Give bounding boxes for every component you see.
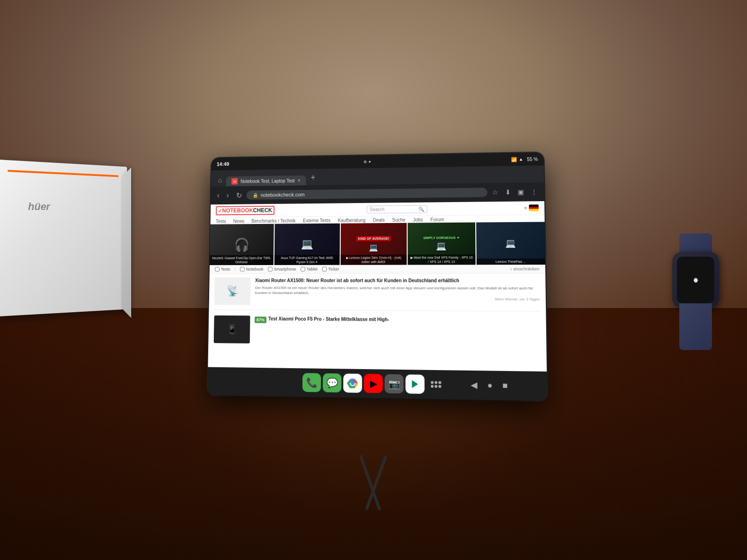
dock-play-store[interactable] [405,374,424,394]
nav-deals[interactable]: Deals [373,217,385,223]
filter-notebook-checkbox[interactable] [240,267,245,272]
address-input[interactable]: 🔒 notebookcheck.com [246,188,487,200]
star-button[interactable]: ☆ [489,187,501,198]
news-score-2: 87% [254,316,266,323]
hero-images-row: 🎧 Neuheit: Huawei FreeClip Open-Ear TWS-… [210,222,545,266]
site-logo[interactable]: ✓ NOTEBOOKCHECK [216,206,275,216]
svg-marker-3 [412,380,418,388]
news-meta-1: Silvio Werner, vor 3 Tagen [255,296,540,301]
download-button[interactable]: ⬇ [502,187,514,198]
hero-label-2: Asus TUF Gaming A17 im Test: AMD Ryzen 9… [275,255,340,265]
status-icons: 📶 ▲ 55 % [511,156,538,162]
back-button[interactable]: ‹ [214,189,222,201]
forward-button[interactable]: › [224,189,232,201]
search-text: Search [370,207,384,212]
nav-more[interactable]: ··· [536,216,539,221]
menu-button[interactable]: ⋮ [528,186,540,197]
nav-externe[interactable]: Externe Tests [303,218,331,223]
product-box-side [121,168,131,318]
news-section: 📡 Xiaomi Router AX1500: Neuer Router ist… [208,274,547,372]
news-content-1: Xiaomi Router AX1500: Neuer Router ist a… [255,278,540,307]
hero-label-4: ▶ Meet the new Dell XPS Family - XPS 16 … [408,254,475,265]
status-time: 14:49 [217,161,229,167]
nav-home-button[interactable]: ● [487,380,493,391]
filter-smartphone-checkbox[interactable] [268,267,273,272]
nav-jobs[interactable]: Jobs [413,217,423,222]
dock-app-drawer[interactable] [426,375,445,394]
tablet-frame: 14:49 ⚙ ✦ 📶 ▲ 55 % ⌂ N Notebook Test, La… [207,153,547,401]
news-content-2: 87% Test Xiaomi Poco F5 Pro - Starke Mit… [254,315,541,346]
dock-youtube[interactable]: ▶ [364,374,382,393]
tab-favicon: N [232,178,238,185]
dock-camera[interactable]: 📷 [385,374,404,394]
watch-body: ⌚ [672,252,719,308]
wifi-icon: 📶 [511,157,517,162]
reload-button[interactable]: ↻ [233,189,245,201]
nav-back-button[interactable]: ◀ [471,380,478,391]
box-logo-text: hüer [28,201,50,213]
notebookcheck-header: ✓ NOTEBOOKCHECK Search 🔍 ▼ [211,201,545,224]
nav-news[interactable]: News [233,219,245,224]
news-thumb-2: 📱 [214,315,250,343]
news-item-2[interactable]: 📱 87% Test Xiaomi Poco F5 Pro - Starke M… [214,315,541,346]
toolbar-icons: ☆ ⬇ ▣ ⋮ [489,186,541,198]
news-title-2: Test Xiaomi Poco F5 Pro - Starke Mittelk… [268,316,389,323]
nav-kaufberatung[interactable]: Kaufberatung [338,217,365,223]
news-item-1[interactable]: 📡 Xiaomi Router AX1500: Neuer Router ist… [214,277,540,311]
logo-row: ✓ NOTEBOOKCHECK Search 🔍 ▼ [216,203,538,215]
active-tab[interactable]: N Notebook Test, Laptop Test × [226,175,306,187]
nav-recents-button[interactable]: ■ [502,380,508,391]
hero-item-1[interactable]: 🎧 Neuheit: Huawei FreeClip Open-Ear TWS-… [210,224,274,265]
new-tab-button[interactable]: + [307,173,319,186]
tab-close-button[interactable]: × [297,177,301,184]
search-icon: 🔍 [418,206,424,211]
android-dock: 📞 💬 ▶ 📷 [207,367,547,401]
nav-tests[interactable]: Tests [216,219,226,224]
filter-notebook[interactable]: Notebook [240,267,263,272]
watch-band-bottom [679,303,712,350]
dock-nav: ◀ ● ■ [471,380,507,391]
dock-apps: 📞 💬 ▶ 📷 [303,373,446,394]
news-excerpt-1: Der Router AX1500 ist ein neuer Router d… [255,285,540,296]
website-content: ✓ NOTEBOOKCHECK Search 🔍 ▼ [208,201,547,371]
dock-chrome[interactable] [343,374,362,393]
hero-item-4[interactable]: SIMPLY GORGEOUS ✦ 💻 ▶ Meet the new Dell … [408,223,475,265]
filter-ticker-checkbox[interactable] [322,267,327,272]
tab-home-button[interactable]: ⌂ [215,176,226,186]
battery-percent: 55 % [527,156,538,161]
signal-icon: ▲ [519,157,523,161]
tab-title: Notebook Test, Laptop Test [240,178,295,184]
news-thumb-1: 📡 [214,277,251,305]
filter-tests[interactable]: Tests [215,267,230,272]
hero-label-5: Lenovo ThinkPad ... [476,259,545,265]
search-box[interactable]: Search 🔍 [366,205,427,213]
nav-forum[interactable]: Forum [430,217,444,222]
browser: ⌂ N Notebook Test, Laptop Test × + ‹ › ↻… [208,166,547,372]
news-title-1: Xiaomi Router AX1500: Neuer Router ist a… [255,278,539,284]
filter-restrict[interactable]: ↕ einschränken [510,266,539,271]
filter-ticker[interactable]: Ticker [322,267,339,272]
filter-tests-checkbox[interactable] [215,267,219,272]
hero-item-2[interactable]: 💻 Asus TUF Gaming A17 im Test: AMD Ryzen… [275,224,340,265]
product-box [0,160,127,316]
hero-label-3: ▶ Lenovo Legion Slim 7(non-H) - (not) be… [340,254,407,265]
filter-tablet-checkbox[interactable] [301,267,305,272]
dock-phone[interactable]: 📞 [303,373,321,392]
smartwatch: ⌚ [663,233,719,355]
filter-smartphone[interactable]: Smartphone [268,267,296,272]
hero-label-1: Neuheit: Huawei FreeClip Open-Ear TWS-Oh… [210,255,274,265]
url-text: notebookcheck.com [261,192,305,198]
reader-button[interactable]: ▣ [514,186,527,197]
filter-bar: Tests | Notebook Smartphone Tablet [210,265,545,274]
nav-suche[interactable]: Suche [392,217,405,223]
flag-germany [529,204,539,211]
hero-item-5[interactable]: 💻 Lenovo ThinkPad ... [476,222,545,265]
hero-item-3[interactable]: KIND OF AVERAGE! 💻 ▶ Lenovo Legion Slim … [340,223,407,265]
filter-tablet[interactable]: Tablet [301,267,317,272]
nav-benchmarks[interactable]: Benchmarks / Technik [252,218,296,224]
language-selector[interactable]: ▼ [523,204,538,211]
filter-divider-1: | [234,267,235,272]
tablet: 14:49 ⚙ ✦ 📶 ▲ 55 % ⌂ N Notebook Test, La… [207,153,547,401]
dock-messages[interactable]: 💬 [323,373,341,392]
